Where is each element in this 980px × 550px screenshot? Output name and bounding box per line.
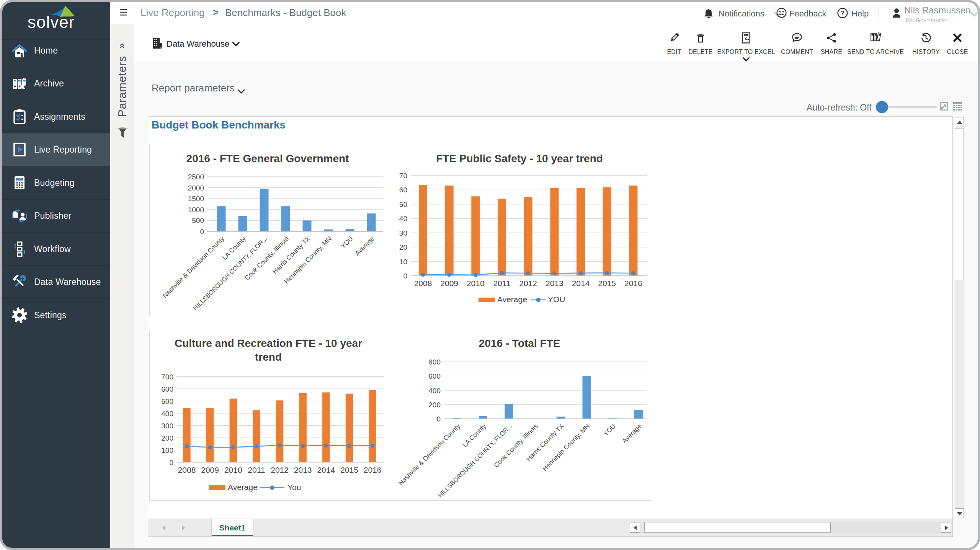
svg-text:2014: 2014 <box>317 465 335 474</box>
svg-text:400: 400 <box>428 387 441 395</box>
svg-text:2012: 2012 <box>271 465 289 474</box>
svg-text:2011: 2011 <box>493 279 510 288</box>
svg-text:30: 30 <box>399 229 407 237</box>
svg-text:200: 200 <box>161 434 173 442</box>
svg-text:600: 600 <box>428 372 441 380</box>
svg-text:2000: 2000 <box>188 184 204 192</box>
svg-text:Cook County, Illinois: Cook County, Illinois <box>493 422 539 469</box>
svg-text:500: 500 <box>161 397 173 405</box>
svg-text:500: 500 <box>192 216 204 225</box>
svg-text:70: 70 <box>399 172 407 180</box>
svg-text:2009: 2009 <box>440 279 458 288</box>
svg-text:50: 50 <box>399 200 407 208</box>
svg-text:2016: 2016 <box>364 465 382 474</box>
svg-text:Culture and Recreation FTE - 1: Culture and Recreation FTE - 10 year <box>175 337 362 349</box>
svg-text:400: 400 <box>161 410 173 418</box>
svg-text:YOU: YOU <box>339 235 354 250</box>
svg-text:FTE Public Safety - 10 year tr: FTE Public Safety - 10 year trend <box>436 153 603 164</box>
svg-text:2011: 2011 <box>248 465 265 474</box>
svg-text:Hennepin County, MN: Hennepin County, MN <box>541 422 591 472</box>
svg-text:2008: 2008 <box>414 279 432 288</box>
svg-text:700: 700 <box>161 373 173 381</box>
svg-text:2010: 2010 <box>224 465 242 474</box>
svg-text:YOU: YOU <box>548 295 565 304</box>
svg-text:2009: 2009 <box>201 465 219 474</box>
svg-text:LA County: LA County <box>461 422 488 449</box>
svg-text:2016: 2016 <box>624 279 642 288</box>
svg-text:Nashville & Davidson County: Nashville & Davidson County <box>397 422 462 487</box>
svg-text:2008: 2008 <box>178 465 196 474</box>
svg-text:60: 60 <box>399 186 407 194</box>
svg-text:100: 100 <box>161 446 173 454</box>
svg-text:20: 20 <box>399 243 407 251</box>
svg-text:10: 10 <box>399 258 407 266</box>
svg-text:1000: 1000 <box>188 206 204 214</box>
svg-text:0: 0 <box>403 272 407 280</box>
svg-text:2014: 2014 <box>572 279 590 288</box>
svg-text:2016 - Total FTE: 2016 - Total FTE <box>479 337 560 349</box>
svg-text:0: 0 <box>169 459 173 467</box>
svg-text:1500: 1500 <box>188 195 204 203</box>
svg-text:40: 40 <box>399 215 407 223</box>
svg-text:2016 - FTE General Government: 2016 - FTE General Government <box>186 153 349 164</box>
svg-text:2012: 2012 <box>519 279 537 288</box>
svg-text:300: 300 <box>161 422 173 430</box>
svg-text:2013: 2013 <box>546 279 564 288</box>
svg-text:2010: 2010 <box>467 279 485 288</box>
svg-text:0: 0 <box>436 415 441 423</box>
svg-text:200: 200 <box>428 401 441 409</box>
svg-text:solver: solver <box>28 13 75 31</box>
svg-text:Average: Average <box>354 235 376 257</box>
svg-text:Average: Average <box>621 422 643 444</box>
svg-text:Harris County TX: Harris County TX <box>271 235 311 275</box>
svg-text:0: 0 <box>200 228 204 236</box>
svg-text:?: ? <box>841 10 844 16</box>
svg-text:2500: 2500 <box>188 173 204 181</box>
svg-text:trend: trend <box>255 351 282 363</box>
svg-text:2015: 2015 <box>340 465 358 474</box>
svg-text:800: 800 <box>428 358 441 366</box>
svg-text:YOU: YOU <box>602 422 617 437</box>
svg-text:You: You <box>287 483 301 491</box>
svg-text:Average: Average <box>228 483 258 491</box>
svg-text:Average: Average <box>497 295 527 304</box>
svg-text:2015: 2015 <box>598 279 616 288</box>
svg-text:2013: 2013 <box>294 465 312 474</box>
svg-text:600: 600 <box>161 385 173 393</box>
svg-text:x: x <box>745 36 747 41</box>
